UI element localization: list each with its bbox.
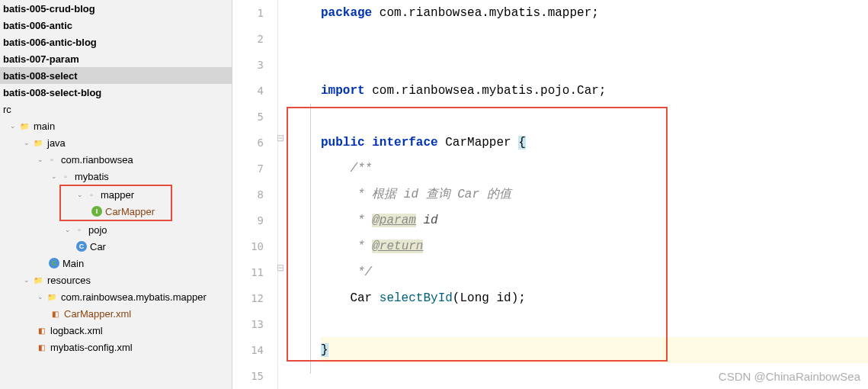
line-number: 11 [232, 259, 264, 285]
project-item[interactable]: batis-006-antic-blog [0, 34, 232, 50]
chevron-down-icon: ⌄ [35, 293, 46, 301]
folder-icon: 📁 [32, 137, 44, 149]
file-xml[interactable]: ◧ mybatis-config.xml [0, 339, 232, 355]
fold-handle-icon: ⊟ [277, 262, 284, 273]
package-item[interactable]: ⌄ ▫ com.rianbowsea [0, 151, 232, 168]
code-line[interactable]: */ [321, 259, 868, 285]
code-line[interactable]: package com.rianbowsea.mybatis.mapper; [321, 0, 868, 26]
class-icon: C [76, 241, 87, 252]
code-line[interactable]: public interface CarMapper { [321, 130, 868, 156]
project-item[interactable]: batis-005-crud-blog [0, 0, 232, 17]
xml-icon: ◧ [35, 341, 47, 353]
project-item[interactable]: batis-006-antic [0, 17, 232, 34]
code-line[interactable] [321, 52, 868, 78]
package-icon: ▫ [46, 153, 58, 166]
line-number: 15 [232, 363, 264, 389]
class-run-icon: C [49, 258, 59, 268]
line-number: 10 [232, 233, 264, 259]
line-number: 4 [232, 78, 264, 104]
line-gutter: 1 2 3 4 5 6 7 8 9 10 11 12 13 14 15 [232, 0, 278, 389]
chevron-down-icon: ⌄ [8, 122, 18, 130]
file-car[interactable]: C Car [0, 238, 232, 255]
project-item[interactable]: batis-008-select-blog [0, 84, 232, 101]
line-number: 8 [232, 182, 264, 207]
line-number: 2 [232, 26, 264, 52]
code-area[interactable]: package com.rianbowsea.mybatis.mapper; i… [289, 0, 868, 389]
line-number: 14 [232, 337, 264, 363]
folder-main[interactable]: ⌄ 📁 main [0, 117, 232, 134]
package-item[interactable]: ⌄ ▫ mybatis [0, 168, 232, 185]
project-tree[interactable]: batis-005-crud-blog batis-006-antic bati… [0, 0, 232, 389]
code-line[interactable] [321, 311, 868, 337]
folder-java[interactable]: ⌄ 📁 java [0, 134, 232, 151]
fold-handle-icon: ⊟ [277, 133, 284, 143]
line-number: 3 [232, 52, 264, 78]
folder-icon: 📁 [32, 274, 44, 286]
chevron-down-icon: ⌄ [62, 226, 73, 233]
code-line[interactable]: * @param id [321, 207, 868, 233]
line-number: 9 [232, 207, 264, 233]
chevron-down-icon: ⌄ [21, 139, 32, 146]
folder-pojo[interactable]: ⌄ ▫ pojo [0, 221, 232, 238]
xml-icon: ◧ [35, 324, 47, 336]
project-item-selected[interactable]: batis-008-select [0, 67, 232, 84]
package-icon: ▫ [85, 188, 98, 201]
code-line[interactable]: import com.rianbowsea.mybatis.pojo.Car; [321, 78, 868, 104]
folder-icon: 📁 [18, 120, 30, 132]
code-line[interactable] [321, 363, 868, 389]
package-icon: ▫ [73, 223, 85, 236]
line-number: 13 [232, 311, 264, 337]
line-number: 5 [232, 104, 264, 130]
indent-guide [310, 104, 311, 374]
folder-resources[interactable]: ⌄ 📁 resources [0, 272, 232, 288]
chevron-down-icon: ⌄ [75, 191, 85, 198]
chevron-down-icon: ⌄ [21, 276, 32, 284]
package-item[interactable]: ⌄ 📁 com.rainbowsea.mybatis.mapper [0, 288, 232, 305]
file-xml[interactable]: ◧ CarMapper.xml [0, 305, 232, 322]
chevron-down-icon: ⌄ [35, 156, 46, 163]
line-number: 12 [232, 285, 264, 311]
highlight-box-tree: ⌄ ▫ mapper I CarMapper [59, 185, 172, 221]
code-line[interactable] [321, 104, 868, 130]
xml-icon: ◧ [49, 307, 61, 320]
file-carmapper[interactable]: I CarMapper [61, 203, 171, 220]
code-line[interactable]: /** [321, 156, 868, 182]
interface-icon: I [91, 206, 102, 217]
chevron-down-icon: ⌄ [49, 172, 59, 180]
project-item[interactable]: batis-007-param [0, 50, 232, 67]
file-main[interactable]: C Main [0, 255, 232, 272]
code-line[interactable]: * 根据 id 查询 Car 的值 [321, 182, 868, 207]
folder-mapper[interactable]: ⌄ ▫ mapper [61, 186, 171, 203]
code-line[interactable]: * @return [321, 233, 868, 259]
code-editor[interactable]: 1 2 3 4 5 6 7 8 9 10 11 12 13 14 15 ⊟ ⊟ … [232, 0, 868, 389]
code-line-current[interactable]: } [321, 337, 868, 363]
code-line[interactable] [321, 26, 868, 52]
code-line[interactable]: Car selectById(Long id); [321, 285, 868, 311]
fold-column: ⊟ ⊟ [278, 0, 289, 389]
line-number: 7 [232, 156, 264, 182]
line-number: 6 [232, 130, 264, 156]
file-xml[interactable]: ◧ logback.xml [0, 322, 232, 339]
folder-icon: 📁 [46, 291, 58, 303]
line-number: 1 [232, 0, 264, 26]
package-icon: ▫ [59, 170, 72, 182]
folder-src[interactable]: rc [0, 101, 232, 117]
